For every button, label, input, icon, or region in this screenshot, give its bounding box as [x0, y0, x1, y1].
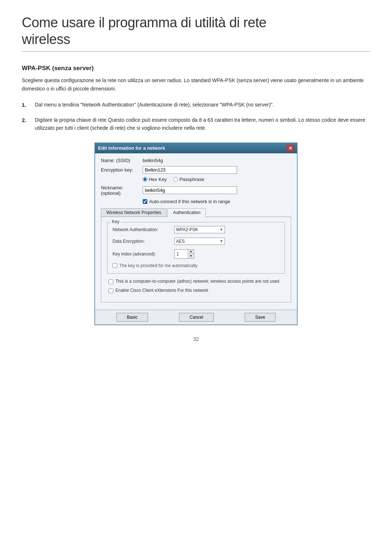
net-auth-label: Network Authentication: [113, 227, 174, 232]
radio-group: Hex Key Passphrase [143, 177, 291, 182]
cisco-checkbox[interactable] [109, 289, 113, 293]
auto-connect-checkbox[interactable] [143, 199, 147, 204]
auto-connect-label: Auto-connect if this network is in range [149, 199, 230, 204]
list-item-1: 1. Dal menu a tendina "Network Authentic… [22, 101, 370, 109]
net-auth-arrow-icon: ▼ [220, 227, 223, 231]
dialog-body: Name: (SSID) belkin54g Encryption key: H… [95, 153, 297, 310]
name-value: belkin54g [143, 158, 163, 163]
adhoc-checkbox[interactable] [109, 279, 113, 284]
auto-key-label: The key is provided for me automatically [119, 263, 197, 268]
enc-key-input[interactable] [143, 166, 237, 174]
key-index-label: Key index (advanced): [113, 251, 174, 257]
page-number: 32 [22, 336, 370, 342]
tabs-container: Wireless Network Properties Authenticati… [101, 208, 291, 217]
cancel-button[interactable]: Cancel [179, 313, 213, 322]
nickname-input[interactable] [143, 186, 237, 194]
spinner-up-button[interactable]: ▲ [188, 250, 194, 254]
hex-key-radio[interactable] [143, 177, 147, 182]
data-enc-label: Data Encryption: [113, 239, 174, 244]
data-enc-value: AES [176, 239, 185, 244]
dialog-close-button[interactable]: ✕ [287, 145, 294, 152]
adhoc-label: This is a computer-to-computer (adhoc) n… [115, 279, 279, 284]
step1-number: 1. [22, 101, 35, 109]
hex-key-label: Hex Key [149, 177, 167, 182]
save-button[interactable]: Save [245, 313, 275, 322]
enc-key-field-row: Encryption key: [101, 166, 291, 174]
basic-button[interactable]: Basic [117, 313, 148, 322]
tab-auth-content: Key Network Authentication: WPA2-PSK ▼ D… [101, 217, 291, 302]
key-index-row: Key index (advanced): 1 ▲ ▼ [113, 249, 279, 259]
numbered-list: 1. Dal menu a tendina "Network Authentic… [22, 101, 370, 132]
auto-key-checkbox[interactable] [113, 263, 117, 268]
name-field-row: Name: (SSID) belkin54g [101, 158, 291, 163]
tab-wireless[interactable]: Wireless Network Properties [101, 208, 167, 217]
dialog-footer: Basic Cancel Save [95, 310, 297, 325]
cisco-row: Enable Cisco Client eXtensions For this … [107, 288, 285, 293]
spinner-down-button[interactable]: ▼ [188, 254, 194, 258]
passphrase-radio-label[interactable]: Passphrase [173, 177, 204, 182]
title-divider [22, 51, 370, 52]
net-auth-dropdown[interactable]: WPA2-PSK ▼ [174, 226, 225, 233]
tab-authentication[interactable]: Authentication [167, 208, 206, 217]
passphrase-radio[interactable] [173, 177, 178, 182]
cisco-label: Enable Cisco Client eXtensions For this … [115, 288, 208, 293]
step2-number: 2. [22, 116, 35, 125]
section-heading: WPA-PSK (senza server) [22, 65, 370, 72]
nickname-label: Nickname: (optional) [101, 185, 143, 196]
step2-text: Digitare la propria chiave di rete Quest… [35, 116, 370, 132]
list-item-2: 2. Digitare la propria chiave di rete Qu… [22, 116, 370, 132]
auto-connect-row: Auto-connect if this network is in range [143, 199, 291, 204]
passphrase-label: Passphrase [179, 177, 204, 182]
auto-key-row: The key is provided for me automatically [113, 263, 279, 268]
edit-network-dialog: Edit information for a network ✕ Name: (… [94, 142, 298, 325]
nickname-field-row: Nickname: (optional) [101, 185, 291, 196]
key-index-spinner[interactable]: 1 ▲ ▼ [174, 249, 194, 259]
step1-text: Dal menu a tendina "Network Authenticati… [35, 101, 274, 109]
adhoc-row: This is a computer-to-computer (adhoc) n… [107, 279, 285, 284]
dialog-titlebar: Edit information for a network ✕ [95, 143, 297, 153]
data-enc-arrow-icon: ▼ [220, 239, 223, 243]
key-group-label: Key [110, 219, 121, 224]
spinner-buttons: ▲ ▼ [188, 250, 194, 258]
data-enc-dropdown[interactable]: AES ▼ [174, 238, 225, 245]
key-index-value: 1 [175, 251, 188, 257]
name-label: Name: (SSID) [101, 158, 143, 163]
page-title: Come usare il programma di utilità di re… [22, 15, 370, 48]
section-paragraph1: Scegliere questa configurazione se la re… [22, 76, 370, 93]
key-group: Key Network Authentication: WPA2-PSK ▼ D… [107, 222, 285, 274]
net-auth-row: Network Authentication: WPA2-PSK ▼ [113, 226, 279, 233]
net-auth-value: WPA2-PSK [176, 227, 198, 232]
enc-key-label: Encryption key: [101, 167, 143, 173]
data-enc-row: Data Encryption: AES ▼ [113, 238, 279, 245]
hex-key-radio-label[interactable]: Hex Key [143, 177, 167, 182]
dialog-title: Edit information for a network [98, 145, 165, 151]
